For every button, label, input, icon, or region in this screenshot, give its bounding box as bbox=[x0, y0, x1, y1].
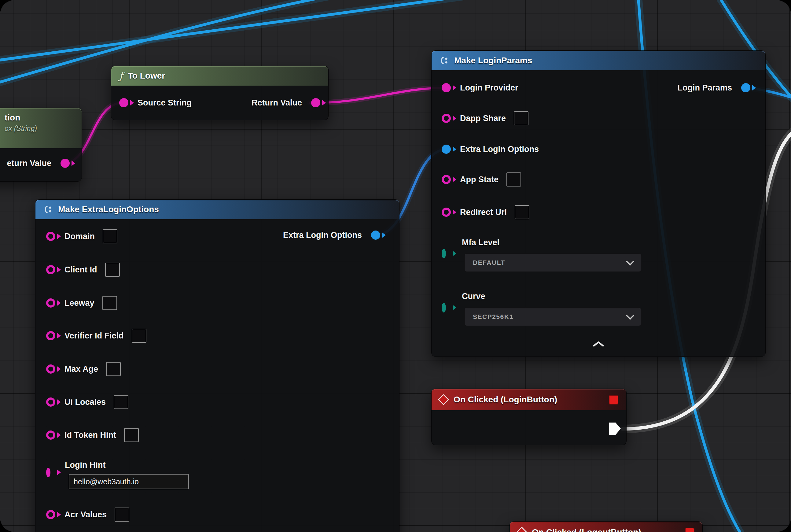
graph-canvas[interactable]: tion ox (String) eturn Value ƒ To Lower … bbox=[0, 0, 791, 532]
chevron-down-icon bbox=[626, 258, 634, 266]
pin-label: Leeway bbox=[64, 299, 94, 308]
wire-tolower-to-login-provider[interactable] bbox=[310, 88, 447, 103]
wire-cyan-top-a[interactable] bbox=[0, 0, 463, 60]
curve-pin[interactable] bbox=[442, 303, 446, 312]
node-header[interactable]: On Clicked (LoginButton) bbox=[431, 389, 626, 410]
pin-label: Source String bbox=[137, 98, 192, 108]
node-partial-function[interactable]: tion ox (String) eturn Value bbox=[0, 108, 82, 182]
pin-label: Domain bbox=[64, 232, 95, 241]
event-diamond-icon bbox=[516, 527, 527, 532]
login-provider-pin[interactable] bbox=[442, 83, 451, 92]
pin-label: Login Params bbox=[677, 83, 732, 93]
ui-locales-pin[interactable] bbox=[46, 397, 55, 407]
pin-label: Verifier Id Field bbox=[64, 331, 124, 341]
return-value-pin[interactable] bbox=[60, 159, 70, 168]
pin-label: Extra Login Options bbox=[283, 230, 362, 240]
pin-label: eturn Value bbox=[7, 159, 51, 168]
id-token-hint-pin[interactable] bbox=[46, 431, 55, 440]
make-struct-icon bbox=[43, 205, 53, 214]
collapse-advanced-button[interactable] bbox=[592, 341, 604, 348]
pin-label: App State bbox=[460, 175, 499, 184]
acr-values-checkbox[interactable] bbox=[115, 508, 129, 521]
redirect-url-pin[interactable] bbox=[442, 208, 451, 217]
login-hint-pin[interactable] bbox=[46, 468, 51, 477]
app-state-checkbox[interactable] bbox=[506, 172, 521, 187]
leeway-pin[interactable] bbox=[46, 299, 55, 308]
node-header[interactable]: tion ox (String) bbox=[0, 108, 82, 148]
node-make-extra-login-options[interactable]: Make ExtraLoginOptions Extra Login Optio… bbox=[35, 200, 400, 532]
dapp-share-pin[interactable] bbox=[442, 114, 451, 123]
node-title: tion bbox=[5, 113, 74, 122]
client-id-pin[interactable] bbox=[46, 265, 55, 274]
redirect-url-checkbox[interactable] bbox=[515, 205, 529, 219]
pin-label: Id Token Hint bbox=[64, 431, 116, 440]
max-age-pin[interactable] bbox=[46, 364, 55, 374]
app-state-pin[interactable] bbox=[442, 175, 451, 184]
client-id-checkbox[interactable] bbox=[105, 263, 120, 277]
node-header[interactable]: ƒ To Lower bbox=[111, 66, 328, 86]
pin-label: Return Value bbox=[252, 98, 302, 108]
function-icon: ƒ bbox=[119, 70, 123, 82]
node-title: To Lower bbox=[128, 71, 165, 81]
leeway-checkbox[interactable] bbox=[102, 296, 117, 310]
make-struct-icon bbox=[440, 56, 449, 65]
login-hint-input[interactable] bbox=[69, 474, 189, 489]
mfa-level-pin[interactable] bbox=[442, 249, 446, 258]
pin-label: Redirect Url bbox=[460, 208, 507, 217]
node-header[interactable]: Make LoginParams bbox=[431, 51, 765, 70]
delegate-output-icon[interactable] bbox=[609, 395, 618, 404]
node-title: On Clicked (LogoutButton) bbox=[532, 527, 641, 532]
chevron-down-icon bbox=[626, 311, 634, 320]
node-on-clicked-logout-button[interactable]: On Clicked (LogoutButton) bbox=[509, 521, 703, 532]
pin-label: Ui Locales bbox=[64, 397, 106, 407]
dropdown-value: SECP256K1 bbox=[473, 313, 514, 320]
dropdown-value: DEFAULT bbox=[473, 259, 505, 266]
max-age-checkbox[interactable] bbox=[106, 362, 121, 376]
chevron-up-icon bbox=[592, 341, 604, 347]
verifier-id-field-checkbox[interactable] bbox=[132, 329, 147, 343]
acr-values-pin[interactable] bbox=[46, 510, 55, 519]
extra-login-options-pin[interactable] bbox=[442, 145, 451, 154]
pin-label: Dapp Share bbox=[460, 114, 506, 123]
event-diamond-icon bbox=[438, 394, 449, 405]
node-on-clicked-login-button[interactable]: On Clicked (LoginButton) bbox=[431, 388, 626, 445]
curve-dropdown[interactable]: SECP256K1 bbox=[464, 307, 641, 326]
node-subtitle: ox (String) bbox=[5, 125, 74, 133]
source-string-pin[interactable] bbox=[119, 98, 128, 107]
mfa-level-label: Mfa Level bbox=[462, 238, 499, 247]
pin-label: Extra Login Options bbox=[460, 145, 539, 154]
node-make-login-params[interactable]: Make LoginParams Login Params Login Prov… bbox=[431, 51, 766, 357]
domain-pin[interactable] bbox=[46, 232, 55, 241]
dapp-share-checkbox[interactable] bbox=[514, 111, 528, 125]
node-title: Make LoginParams bbox=[454, 56, 532, 65]
pin-label: Acr Values bbox=[64, 510, 107, 519]
node-header[interactable]: On Clicked (LogoutButton) bbox=[510, 521, 702, 532]
domain-checkbox[interactable] bbox=[103, 229, 117, 243]
return-value-pin[interactable] bbox=[311, 98, 320, 107]
id-token-hint-checkbox[interactable] bbox=[124, 428, 139, 442]
delegate-output-icon[interactable] bbox=[685, 528, 694, 532]
login-hint-label: Login Hint bbox=[65, 460, 105, 470]
node-title: On Clicked (LoginButton) bbox=[454, 395, 557, 404]
mfa-level-dropdown[interactable]: DEFAULT bbox=[464, 253, 641, 272]
node-header[interactable]: Make ExtraLoginOptions bbox=[36, 200, 399, 219]
verifier-id-field-pin[interactable] bbox=[46, 331, 55, 340]
login-params-out-pin[interactable] bbox=[741, 83, 750, 92]
pin-label: Login Provider bbox=[460, 83, 518, 93]
pin-label: Client Id bbox=[64, 265, 97, 274]
blueprint-editor: tion ox (String) eturn Value ƒ To Lower … bbox=[0, 0, 791, 532]
node-to-lower[interactable]: ƒ To Lower Source String Return Value bbox=[111, 66, 329, 120]
curve-label: Curve bbox=[462, 292, 485, 301]
ui-locales-checkbox[interactable] bbox=[114, 395, 128, 409]
exec-out-pin[interactable] bbox=[609, 422, 621, 435]
pin-label: Max Age bbox=[64, 364, 98, 374]
node-title: Make ExtraLoginOptions bbox=[58, 205, 159, 214]
extra-login-options-out-pin[interactable] bbox=[371, 230, 380, 240]
